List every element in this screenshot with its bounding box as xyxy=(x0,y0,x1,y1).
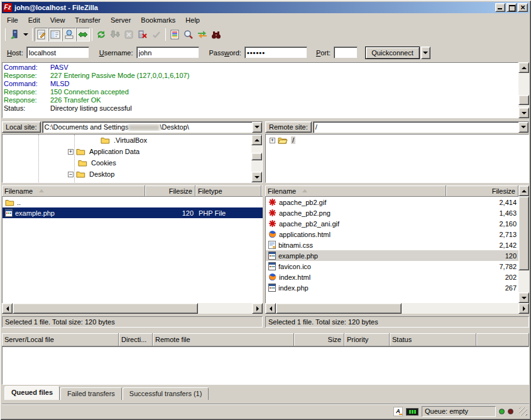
local-tree-scrollbar[interactable] xyxy=(251,135,262,182)
scroll-down-button[interactable] xyxy=(251,172,262,182)
quickconnect-button[interactable]: Quickconnect xyxy=(365,47,420,59)
column-header-filesize[interactable]: Filesize xyxy=(446,185,518,197)
collapse-minus-icon[interactable]: − xyxy=(68,172,74,177)
tree-item-cookies[interactable]: Cookies xyxy=(3,157,251,169)
column-header-server-local-file[interactable]: Server/Local file xyxy=(2,333,119,346)
scrollbar-thumb[interactable] xyxy=(251,153,262,160)
cancel-button[interactable] xyxy=(122,28,136,41)
file-row-example-php[interactable]: example.php 120 PHP File 1 xyxy=(3,207,263,218)
scroll-up-button[interactable] xyxy=(518,185,529,196)
log-vertical-scrollbar[interactable] xyxy=(518,62,529,118)
menu-bookmarks[interactable]: Bookmarks xyxy=(136,15,180,25)
file-row-parent-dir[interactable]: .. xyxy=(3,197,263,207)
column-header-size[interactable]: Size xyxy=(294,333,344,346)
file-row-example-php[interactable]: example.php 120 xyxy=(266,250,518,261)
file-row[interactable]: apache_pb2.png 1,463 xyxy=(266,207,518,218)
column-header-status[interactable]: Status xyxy=(390,333,476,346)
host-input[interactable] xyxy=(27,47,89,58)
toggle-remote-tree-button[interactable] xyxy=(62,28,76,41)
column-header-filesize[interactable]: Filesize xyxy=(145,185,195,197)
filter-button[interactable] xyxy=(168,28,182,41)
column-header-filename[interactable]: Filename xyxy=(2,185,145,197)
tree-item-virtualbox[interactable]: .VirtualBox xyxy=(3,135,251,146)
queue-list[interactable] xyxy=(2,346,529,385)
column-header-remote-file[interactable]: Remote file xyxy=(153,333,294,346)
synchronized-browsing-button[interactable] xyxy=(195,28,209,41)
toggle-transfer-queue-button[interactable] xyxy=(76,28,90,41)
scrollbar-track[interactable] xyxy=(251,160,262,172)
file-row[interactable]: index.html 202 xyxy=(266,272,518,282)
expand-plus-icon[interactable]: + xyxy=(270,138,275,143)
title-bar[interactable]: Fz john@localhost - FileZilla xyxy=(2,2,529,13)
reconnect-button[interactable] xyxy=(150,28,163,41)
scrollbar-track[interactable] xyxy=(518,73,529,95)
directory-comparison-button[interactable] xyxy=(182,28,195,41)
refresh-button[interactable] xyxy=(94,28,108,41)
file-row[interactable]: favicon.ico 7,782 xyxy=(266,261,518,272)
remote-horizontal-scrollbar[interactable] xyxy=(265,303,529,314)
menu-view[interactable]: View xyxy=(45,15,70,25)
menu-transfer[interactable]: Transfer xyxy=(70,15,106,25)
tab-successful-transfers[interactable]: Successful transfers (1) xyxy=(123,387,209,400)
quickconnect-dropdown-button[interactable] xyxy=(421,47,430,59)
remote-site-combo[interactable]: / xyxy=(313,121,529,133)
column-header-direction[interactable]: Directi... xyxy=(119,333,153,346)
local-site-row: Local site: C:\Documents and Settings\De… xyxy=(2,121,263,133)
scroll-down-button[interactable] xyxy=(518,292,529,303)
username-input[interactable] xyxy=(137,47,199,58)
minimize-button[interactable] xyxy=(495,3,505,12)
menu-help[interactable]: Help xyxy=(180,15,205,25)
tree-item-application-data[interactable]: + Application Data xyxy=(3,146,251,157)
menu-edit[interactable]: Edit xyxy=(23,15,45,25)
scroll-right-button[interactable] xyxy=(252,303,263,314)
scroll-right-button[interactable] xyxy=(518,303,529,314)
tree-item-desktop[interactable]: − Desktop xyxy=(3,169,251,180)
file-row[interactable]: apache_pb2.gif 2,414 xyxy=(266,197,518,207)
column-header-filetype[interactable]: Filetype xyxy=(195,185,261,197)
scrollbar-thumb[interactable] xyxy=(13,303,198,314)
tree-item-root[interactable]: + / xyxy=(266,135,528,146)
toolbar-separator xyxy=(92,28,92,41)
scrollbar-thumb[interactable] xyxy=(276,303,402,314)
local-site-dropdown-button[interactable] xyxy=(252,122,262,133)
process-queue-button[interactable] xyxy=(108,28,122,41)
site-manager-button[interactable] xyxy=(8,28,21,41)
tab-queued-files[interactable]: Queued files xyxy=(4,386,60,400)
scrollbar-thumb[interactable] xyxy=(518,196,529,270)
file-row[interactable]: applications.html 2,713 xyxy=(266,229,518,240)
file-row[interactable]: bitnami.css 2,142 xyxy=(266,240,518,250)
disconnect-button[interactable] xyxy=(136,28,150,41)
column-header-filename[interactable]: Filename xyxy=(265,185,446,197)
menu-server[interactable]: Server xyxy=(106,15,136,25)
file-row[interactable]: apache_pb2_ani.gif 2,160 xyxy=(266,218,518,229)
scrollbar-track[interactable] xyxy=(402,303,518,314)
scroll-left-button[interactable] xyxy=(2,303,13,314)
scrollbar-track[interactable] xyxy=(198,303,252,314)
scroll-up-button[interactable] xyxy=(518,62,529,73)
resize-grip[interactable] xyxy=(519,407,527,416)
remote-vertical-scrollbar[interactable] xyxy=(518,185,529,303)
site-manager-dropdown-button[interactable] xyxy=(21,28,30,41)
local-horizontal-scrollbar[interactable] xyxy=(2,303,263,314)
scrollbar-track[interactable] xyxy=(251,145,262,153)
horizontal-splitter[interactable] xyxy=(2,328,529,333)
tab-failed-transfers[interactable]: Failed transfers xyxy=(60,387,122,400)
scroll-up-button[interactable] xyxy=(251,135,262,145)
maximize-button[interactable] xyxy=(506,3,517,12)
close-button[interactable] xyxy=(518,3,528,12)
password-input[interactable] xyxy=(245,47,307,58)
toggle-local-tree-button[interactable] xyxy=(48,28,62,41)
column-header-priority[interactable]: Priority xyxy=(344,333,390,346)
menu-file[interactable]: File xyxy=(2,15,23,25)
scrollbar-track[interactable] xyxy=(518,270,529,292)
port-input[interactable] xyxy=(334,47,357,58)
find-files-button[interactable] xyxy=(209,28,223,41)
scroll-left-button[interactable] xyxy=(265,303,276,314)
file-row[interactable]: index.php 267 xyxy=(266,282,518,293)
local-site-combo[interactable]: C:\Documents and Settings\Desktop\ xyxy=(42,121,263,133)
toggle-message-log-button[interactable] xyxy=(35,28,48,41)
scrollbar-thumb[interactable] xyxy=(518,95,529,105)
remote-site-dropdown-button[interactable] xyxy=(518,122,528,133)
scroll-down-button[interactable] xyxy=(518,108,529,118)
expand-plus-icon[interactable]: + xyxy=(68,149,74,155)
